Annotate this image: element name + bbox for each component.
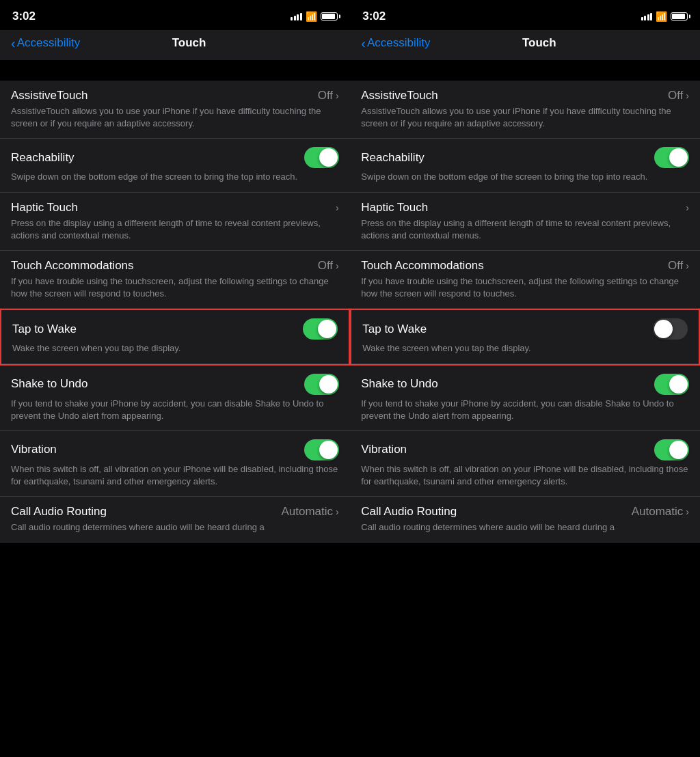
back-button[interactable]: ‹Accessibility <box>361 36 430 50</box>
settings-item-label: Vibration <box>11 443 57 456</box>
toggle-reachability[interactable] <box>304 147 339 168</box>
settings-item-label: Touch Accommodations <box>11 259 134 273</box>
settings-item-haptic-touch[interactable]: Haptic Touch›Press on the display using … <box>0 193 350 251</box>
settings-item-touch-accommodations[interactable]: Touch AccommodationsOff›If you have trou… <box>0 251 350 309</box>
settings-item-assistive-touch[interactable]: AssistiveTouchOff›AssistiveTouch allows … <box>0 81 350 139</box>
settings-item-desc: Press on the display using a different l… <box>361 217 689 242</box>
settings-item-reachability[interactable]: ReachabilitySwipe down on the bottom edg… <box>350 139 700 192</box>
back-chevron-icon: ‹ <box>11 36 16 50</box>
settings-item-desc: Call audio routing determines where audi… <box>11 521 339 534</box>
settings-item-desc: If you tend to shake your iPhone by acci… <box>361 398 689 422</box>
section-divider <box>0 60 350 81</box>
back-label: Accessibility <box>367 36 431 50</box>
settings-item-row: Reachability <box>11 147 339 168</box>
settings-item-label: Vibration <box>361 443 407 456</box>
chevron-right-icon: › <box>686 90 689 101</box>
toggle-knob <box>318 320 336 338</box>
settings-item-label: AssistiveTouch <box>361 89 438 102</box>
settings-item-value: Off› <box>668 89 689 102</box>
toggle-knob <box>669 441 688 459</box>
back-label: Accessibility <box>17 36 81 50</box>
toggle-vibration[interactable] <box>654 439 689 460</box>
settings-item-desc: When this switch is off, all vibration o… <box>361 463 689 488</box>
settings-item-desc: Swipe down on the bottom edge of the scr… <box>361 171 689 183</box>
back-button[interactable]: ‹Accessibility <box>11 36 80 50</box>
settings-item-touch-accommodations[interactable]: Touch AccommodationsOff›If you have trou… <box>350 251 700 309</box>
toggle-knob <box>319 148 338 167</box>
settings-item-row: Shake to Undo <box>361 374 689 395</box>
settings-item-label: Tap to Wake <box>12 322 77 336</box>
settings-item-desc: Call audio routing determines where audi… <box>361 521 689 534</box>
toggle-knob <box>654 320 673 338</box>
settings-item-row: Reachability <box>361 147 689 168</box>
settings-item-row: Haptic Touch› <box>361 201 689 215</box>
settings-item-row: Call Audio RoutingAutomatic› <box>11 505 339 519</box>
settings-item-call-audio-routing[interactable]: Call Audio RoutingAutomatic›Call audio r… <box>0 497 350 542</box>
toggle-tap-to-wake[interactable] <box>303 318 338 340</box>
settings-item-shake-to-undo[interactable]: Shake to UndoIf you tend to shake your i… <box>0 366 350 431</box>
chevron-right-icon: › <box>336 506 339 517</box>
signal-icon <box>291 12 302 20</box>
status-bar: 3:02📶 <box>350 0 700 30</box>
chevron-right-icon: › <box>336 202 339 213</box>
toggle-shake-to-undo[interactable] <box>654 374 689 395</box>
section-divider <box>350 60 700 81</box>
settings-item-desc: When this switch is off, all vibration o… <box>11 463 339 488</box>
toggle-knob <box>319 375 338 394</box>
settings-item-vibration[interactable]: VibrationWhen this switch is off, all vi… <box>350 431 700 497</box>
settings-item-value <box>303 318 338 340</box>
toggle-knob <box>669 375 688 394</box>
toggle-shake-to-undo[interactable] <box>304 374 339 395</box>
value-text: Off <box>318 259 333 273</box>
settings-item-row: AssistiveTouchOff› <box>361 89 689 102</box>
settings-item-row: Tap to Wake <box>12 318 338 340</box>
settings-item-desc: If you tend to shake your iPhone by acci… <box>11 398 339 422</box>
settings-item-row: Vibration <box>361 439 689 460</box>
settings-item-shake-to-undo[interactable]: Shake to UndoIf you tend to shake your i… <box>350 366 700 431</box>
toggle-tap-to-wake[interactable] <box>653 318 688 340</box>
settings-list: AssistiveTouchOff›AssistiveTouch allows … <box>0 81 350 542</box>
chevron-right-icon: › <box>336 90 339 101</box>
settings-item-value <box>654 439 689 460</box>
panel-left: 3:02📶‹AccessibilityTouchAssistiveTouchOf… <box>0 0 350 542</box>
toggle-reachability[interactable] <box>654 147 689 168</box>
wifi-icon: 📶 <box>306 11 317 22</box>
status-time: 3:02 <box>362 10 386 23</box>
settings-item-value: › <box>336 202 339 213</box>
settings-item-haptic-touch[interactable]: Haptic Touch›Press on the display using … <box>350 193 700 251</box>
settings-item-value: Automatic› <box>281 505 338 519</box>
settings-item-tap-to-wake[interactable]: Tap to WakeWake the screen when you tap … <box>1 310 349 363</box>
back-chevron-icon: ‹ <box>361 36 366 50</box>
settings-item-vibration[interactable]: VibrationWhen this switch is off, all vi… <box>0 431 350 497</box>
status-icons: 📶 <box>291 11 338 22</box>
settings-item-value: › <box>686 202 689 213</box>
value-text: Off <box>318 89 333 102</box>
settings-item-desc: Wake the screen when you tap the display… <box>362 342 688 355</box>
page-title: Touch <box>431 36 648 50</box>
settings-item-desc: AssistiveTouch allows you to use your iP… <box>11 105 339 130</box>
settings-item-row: Touch AccommodationsOff› <box>11 259 339 273</box>
chevron-right-icon: › <box>686 260 689 271</box>
value-text: Automatic <box>632 505 684 519</box>
toggle-vibration[interactable] <box>304 439 339 460</box>
chevron-right-icon: › <box>686 506 689 517</box>
settings-item-label: Haptic Touch <box>361 201 428 215</box>
nav-bar: ‹AccessibilityTouch <box>0 30 350 60</box>
settings-item-row: AssistiveTouchOff› <box>11 89 339 102</box>
settings-list: AssistiveTouchOff›AssistiveTouch allows … <box>350 81 700 542</box>
status-bar: 3:02📶 <box>0 0 350 30</box>
value-text: Off <box>668 89 683 102</box>
settings-item-row: Call Audio RoutingAutomatic› <box>361 505 689 519</box>
battery-icon <box>321 12 338 20</box>
settings-item-tap-to-wake[interactable]: Tap to WakeWake the screen when you tap … <box>351 310 699 363</box>
settings-item-desc: If you have trouble using the touchscree… <box>11 275 339 300</box>
settings-item-reachability[interactable]: ReachabilitySwipe down on the bottom edg… <box>0 139 350 192</box>
nav-bar: ‹AccessibilityTouch <box>350 30 700 60</box>
settings-item-value: Automatic› <box>632 505 689 519</box>
status-icons: 📶 <box>641 11 688 22</box>
settings-item-label: Reachability <box>11 151 75 165</box>
settings-item-assistive-touch[interactable]: AssistiveTouchOff›AssistiveTouch allows … <box>350 81 700 139</box>
settings-item-desc: Press on the display using a different l… <box>11 217 339 242</box>
settings-item-row: Vibration <box>11 439 339 460</box>
settings-item-call-audio-routing[interactable]: Call Audio RoutingAutomatic›Call audio r… <box>350 497 700 542</box>
